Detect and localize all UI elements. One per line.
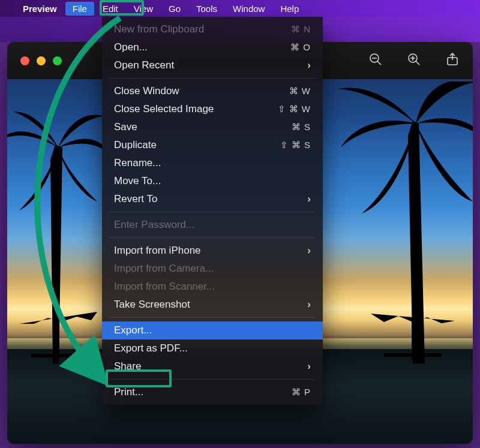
menu-item-label: Take Screenshot bbox=[114, 299, 302, 311]
menu-item-duplicate[interactable]: Duplicate⇧ ⌘ S bbox=[102, 136, 323, 154]
window-controls bbox=[20, 56, 62, 65]
menu-item-move-to[interactable]: Move To... bbox=[102, 172, 323, 190]
svg-line-1 bbox=[377, 61, 381, 65]
menu-item-label: Close Window bbox=[114, 85, 289, 97]
menu-item-label: Enter Password... bbox=[114, 219, 311, 231]
menu-item-label: Duplicate bbox=[114, 139, 280, 151]
menu-go[interactable]: Go bbox=[161, 2, 188, 16]
menu-item-label: Revert To bbox=[114, 193, 302, 205]
menu-item-shortcut: ⌘ S bbox=[292, 122, 311, 133]
menu-item-open[interactable]: Open...⌘ O bbox=[102, 38, 323, 56]
menu-help[interactable]: Help bbox=[273, 2, 306, 16]
menu-item-label: Save bbox=[114, 121, 292, 133]
menu-item-label: Open Recent bbox=[114, 59, 302, 71]
menu-item-label: Export... bbox=[114, 324, 311, 336]
menu-item-close-window[interactable]: Close Window⌘ W bbox=[102, 82, 323, 100]
chevron-right-icon: › bbox=[302, 299, 311, 311]
menu-item-share[interactable]: Share› bbox=[102, 357, 323, 375]
menu-item-label: Export as PDF... bbox=[114, 342, 311, 354]
menu-separator bbox=[109, 237, 316, 238]
app-name[interactable]: Preview bbox=[16, 2, 64, 16]
menu-separator bbox=[109, 212, 316, 212]
menu-item-import-from-camera: Import from Camera... bbox=[102, 260, 323, 278]
menu-item-export[interactable]: Export... bbox=[102, 321, 323, 339]
menu-edit[interactable]: Edit bbox=[95, 2, 125, 16]
menu-file[interactable]: File bbox=[65, 2, 94, 16]
menu-item-shortcut: ⇧ ⌘ S bbox=[280, 140, 311, 151]
file-menu-dropdown: New from Clipboard⌘ NOpen...⌘ OOpen Rece… bbox=[102, 17, 323, 405]
menu-item-save[interactable]: Save⌘ S bbox=[102, 118, 323, 136]
chevron-right-icon: › bbox=[302, 193, 311, 205]
menu-tools[interactable]: Tools bbox=[189, 2, 224, 16]
svg-rect-11 bbox=[412, 317, 414, 359]
chevron-right-icon: › bbox=[302, 59, 311, 71]
menu-item-label: Rename... bbox=[114, 157, 311, 169]
zoom-window-button[interactable] bbox=[53, 56, 62, 65]
menu-item-label: Import from iPhone bbox=[114, 245, 302, 257]
menu-item-shortcut: ⌘ O bbox=[290, 42, 311, 53]
decorative-umbrella bbox=[19, 306, 97, 360]
menu-item-revert-to[interactable]: Revert To› bbox=[102, 190, 323, 208]
svg-rect-9 bbox=[57, 317, 59, 360]
menu-separator bbox=[109, 379, 316, 380]
share-icon[interactable] bbox=[445, 52, 460, 69]
menu-item-label: Share bbox=[114, 360, 302, 372]
zoom-out-icon[interactable] bbox=[368, 52, 383, 69]
menu-item-export-as-pdf[interactable]: Export as PDF... bbox=[102, 339, 323, 357]
menu-item-import-from-scanner: Import from Scanner... bbox=[102, 278, 323, 296]
menubar: Preview File Edit View Go Tools Window H… bbox=[0, 0, 480, 17]
menu-item-new-from-clipboard: New from Clipboard⌘ N bbox=[102, 20, 323, 38]
menu-separator bbox=[109, 78, 316, 79]
svg-rect-12 bbox=[384, 353, 442, 357]
menu-item-take-screenshot[interactable]: Take Screenshot› bbox=[102, 296, 323, 314]
menu-item-open-recent[interactable]: Open Recent› bbox=[102, 56, 323, 74]
chevron-right-icon: › bbox=[302, 245, 311, 257]
menu-window[interactable]: Window bbox=[226, 2, 272, 16]
menu-view[interactable]: View bbox=[127, 2, 160, 16]
decorative-umbrella bbox=[371, 303, 455, 360]
menu-separator bbox=[109, 317, 316, 318]
chevron-right-icon: › bbox=[302, 360, 311, 372]
menu-item-shortcut: ⌘ W bbox=[289, 86, 311, 97]
zoom-in-icon[interactable] bbox=[407, 52, 421, 69]
menu-item-close-selected-image[interactable]: Close Selected Image⇧ ⌘ W bbox=[102, 100, 323, 118]
menu-item-label: Print... bbox=[114, 386, 292, 398]
menu-item-enter-password: Enter Password... bbox=[102, 216, 323, 234]
menu-item-label: Close Selected Image bbox=[114, 103, 278, 115]
menu-item-print[interactable]: Print...⌘ P bbox=[102, 383, 323, 401]
menu-item-label: Open... bbox=[114, 41, 290, 53]
menu-item-label: Import from Camera... bbox=[114, 263, 311, 275]
menu-item-import-from-iphone[interactable]: Import from iPhone› bbox=[102, 242, 323, 260]
svg-rect-10 bbox=[31, 354, 85, 357]
menu-item-shortcut: ⌘ N bbox=[291, 24, 311, 35]
menu-item-rename[interactable]: Rename... bbox=[102, 154, 323, 172]
toolbar bbox=[368, 52, 460, 69]
menu-item-label: Move To... bbox=[114, 175, 311, 187]
menu-item-label: Import from Scanner... bbox=[114, 281, 311, 293]
svg-line-4 bbox=[416, 61, 419, 65]
minimize-window-button[interactable] bbox=[37, 56, 46, 65]
menu-item-shortcut: ⇧ ⌘ W bbox=[278, 104, 311, 115]
close-window-button[interactable] bbox=[20, 56, 29, 65]
menu-item-label: New from Clipboard bbox=[114, 23, 291, 35]
menu-item-shortcut: ⌘ P bbox=[292, 387, 311, 398]
